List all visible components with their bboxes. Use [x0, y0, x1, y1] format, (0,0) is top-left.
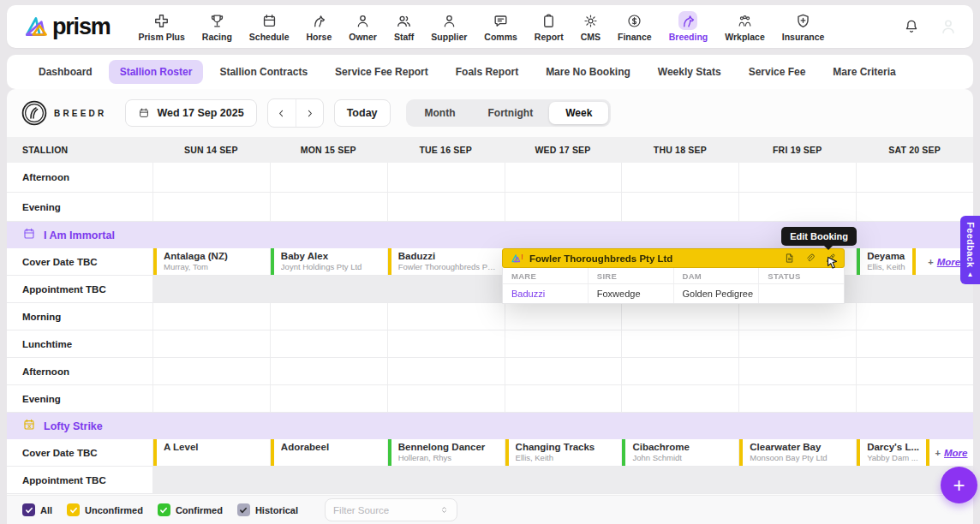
- tab-stallion-roster[interactable]: Stallion Roster: [109, 60, 204, 84]
- tab-mare-criteria[interactable]: Mare Criteria: [822, 60, 906, 84]
- day-cell[interactable]: [738, 303, 856, 330]
- avatar-faded-icon[interactable]: [939, 17, 958, 36]
- more-bookings-link[interactable]: + More: [926, 439, 973, 466]
- document-icon[interactable]: [784, 253, 795, 264]
- booking-card[interactable]: DeyamaEllis, Keith: [857, 248, 911, 275]
- day-cell[interactable]: [621, 303, 738, 330]
- tab-service-fee-report[interactable]: Service Fee Report: [324, 60, 439, 84]
- filter-source-select[interactable]: Filter Source: [325, 498, 457, 521]
- day-cell[interactable]: [270, 303, 387, 330]
- day-cell[interactable]: Bennelong DancerHolleran, Rhys: [387, 439, 505, 466]
- booking-card[interactable]: Changing TracksEllis, Keith: [505, 439, 622, 466]
- prev-week-button[interactable]: [268, 99, 296, 127]
- filter-checkbox-historical[interactable]: Historical: [237, 503, 298, 516]
- booking-card[interactable]: Darcy's L...Yabby Dam ...: [857, 439, 926, 466]
- day-cell[interactable]: [621, 385, 738, 412]
- feedback-tab[interactable]: ▲Feedback: [960, 216, 980, 284]
- day-cell[interactable]: [856, 385, 973, 412]
- unavailable-slots[interactable]: [152, 467, 973, 493]
- day-cell[interactable]: [505, 193, 622, 221]
- filter-checkbox-confirmed[interactable]: Confirmed: [158, 503, 223, 516]
- day-cell[interactable]: [505, 330, 622, 357]
- day-cell[interactable]: [387, 163, 505, 192]
- booking-popup-header[interactable]: ! Fowler Thoroughbreds Pty Ltd: [502, 248, 845, 268]
- view-month-button[interactable]: Month: [409, 102, 472, 124]
- day-cell[interactable]: [152, 193, 270, 221]
- day-cell[interactable]: Baby AlexJoynt Holdings Pty Ltd: [270, 248, 387, 275]
- day-cell[interactable]: [387, 330, 505, 357]
- day-cell[interactable]: [152, 163, 270, 192]
- booking-card[interactable]: CibachromeJohn Schmidt: [622, 439, 738, 466]
- day-cell[interactable]: [270, 163, 387, 192]
- day-cell[interactable]: [856, 330, 973, 357]
- day-cell[interactable]: [152, 330, 270, 357]
- day-cell[interactable]: CibachromeJohn Schmidt: [621, 439, 738, 466]
- day-cell[interactable]: [856, 163, 973, 192]
- nav-item-comms[interactable]: Comms: [478, 9, 523, 44]
- booking-card[interactable]: Bennelong DancerHolleran, Rhys: [388, 439, 505, 466]
- day-cell[interactable]: DeyamaEllis, Keith+ More: [856, 248, 973, 275]
- day-cell[interactable]: [738, 163, 856, 192]
- day-cell[interactable]: [387, 303, 505, 330]
- day-cell[interactable]: [387, 385, 505, 412]
- nav-item-staff[interactable]: Staff: [388, 9, 420, 44]
- filter-checkbox-unconfirmed[interactable]: Unconfirmed: [67, 503, 143, 516]
- next-week-button[interactable]: [296, 99, 323, 127]
- day-cell[interactable]: [856, 193, 973, 221]
- day-cell[interactable]: [621, 163, 738, 192]
- tab-mare-no-booking[interactable]: Mare No Booking: [535, 60, 642, 84]
- day-cell[interactable]: [152, 303, 270, 330]
- mare-link[interactable]: Baduzzi: [503, 284, 588, 303]
- notifications-bell-icon[interactable]: [903, 18, 920, 35]
- nav-item-schedule[interactable]: Schedule: [243, 9, 296, 44]
- day-cell[interactable]: [505, 163, 622, 192]
- day-cell[interactable]: [152, 358, 270, 384]
- tab-stallion-contracts[interactable]: Stallion Contracts: [208, 60, 319, 84]
- booking-card[interactable]: Baby AlexJoynt Holdings Pty Ltd: [271, 248, 387, 275]
- app-logo[interactable]: prism: [22, 12, 111, 41]
- filter-checkbox-all[interactable]: All: [22, 503, 52, 516]
- day-cell[interactable]: [621, 358, 738, 384]
- add-booking-fab[interactable]: +: [941, 467, 977, 503]
- view-week-button[interactable]: Week: [549, 102, 608, 124]
- day-cell[interactable]: [738, 358, 856, 384]
- day-cell[interactable]: [738, 330, 856, 357]
- day-cell[interactable]: Antalaga (NZ)Murray, Tom: [152, 248, 270, 275]
- nav-item-prism-plus[interactable]: Prism Plus: [133, 9, 191, 44]
- day-cell[interactable]: [387, 358, 505, 384]
- day-cell[interactable]: [621, 330, 738, 357]
- booking-card[interactable]: Adorabeel: [271, 439, 387, 466]
- booking-card[interactable]: BaduzziFowler Thoroughbreds Pty Ltd: [388, 248, 505, 275]
- day-cell[interactable]: [738, 193, 856, 221]
- nav-item-cms[interactable]: CMS: [575, 9, 607, 44]
- tab-dashboard[interactable]: Dashboard: [27, 60, 104, 84]
- day-cell[interactable]: [505, 358, 622, 384]
- day-cell[interactable]: [387, 193, 505, 221]
- tab-service-fee[interactable]: Service Fee: [738, 60, 817, 84]
- booking-card[interactable]: A Level: [153, 439, 270, 466]
- tab-weekly-stats[interactable]: Weekly Stats: [647, 60, 732, 84]
- day-cell[interactable]: Changing TracksEllis, Keith: [505, 439, 622, 466]
- nav-item-owner[interactable]: Owner: [343, 9, 383, 44]
- day-cell[interactable]: [152, 385, 270, 412]
- day-cell[interactable]: [738, 385, 856, 412]
- date-picker-button[interactable]: Wed 17 Sep 2025: [125, 99, 256, 127]
- section-row-lofty-strike[interactable]: Lofty Strike: [7, 413, 973, 439]
- day-cell[interactable]: [505, 303, 622, 330]
- day-cell[interactable]: [270, 193, 387, 221]
- nav-item-horse[interactable]: Horse: [301, 9, 338, 44]
- nav-item-breeding[interactable]: Breeding: [663, 9, 714, 44]
- paperclip-icon[interactable]: [804, 253, 816, 264]
- day-cell[interactable]: [621, 193, 738, 221]
- day-cell[interactable]: [856, 358, 973, 384]
- nav-item-wrkplace[interactable]: Wrkplace: [719, 9, 771, 44]
- day-cell[interactable]: Darcy's L...Yabby Dam ...+ More: [856, 439, 973, 466]
- day-cell[interactable]: [270, 385, 387, 412]
- today-button[interactable]: Today: [334, 99, 391, 127]
- booking-card[interactable]: Clearwater BayMonsoon Bay Pty Ltd: [739, 439, 856, 466]
- day-cell[interactable]: Adorabeel: [270, 439, 387, 466]
- day-cell[interactable]: [270, 330, 387, 357]
- day-cell[interactable]: [505, 385, 622, 412]
- nav-item-racing[interactable]: Racing: [196, 9, 238, 44]
- nav-item-report[interactable]: Report: [529, 9, 570, 44]
